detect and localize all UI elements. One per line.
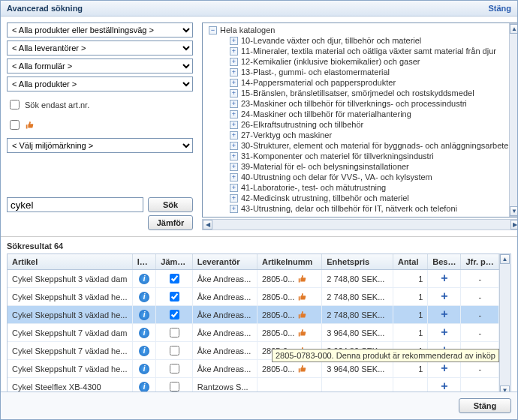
- tree-node[interactable]: +41-Laboratorie-, test- och mätutrustnin…: [230, 182, 509, 193]
- cell-qty[interactable]: 1: [393, 306, 427, 324]
- plus-icon[interactable]: +: [441, 344, 447, 356]
- grid-scrollbar-vertical[interactable]: ▲ ▼: [499, 254, 510, 392]
- cell-qty[interactable]: 1: [393, 270, 427, 288]
- tree-node[interactable]: +42-Medicinsk utrustning, tillbehör och …: [230, 193, 509, 203]
- arrow-up-icon[interactable]: ▲: [500, 254, 510, 264]
- filter-products2[interactable]: < Alla produkter >: [7, 76, 193, 92]
- cell-info[interactable]: i: [132, 324, 156, 342]
- info-icon[interactable]: i: [139, 310, 149, 320]
- expand-icon[interactable]: +: [230, 131, 238, 140]
- only-artnr-checkbox[interactable]: [10, 100, 20, 110]
- plus-icon[interactable]: +: [441, 308, 447, 320]
- cell-qty[interactable]: [393, 378, 427, 392]
- cell-qty[interactable]: 1: [393, 360, 427, 378]
- cell-order[interactable]: +: [428, 378, 461, 392]
- compare-checkbox[interactable]: [170, 292, 179, 302]
- tree-node[interactable]: +26-Elkraftsutrustning och tillbehör: [230, 119, 509, 130]
- col-jfr-pris[interactable]: Jfr. pris: [461, 254, 499, 270]
- plus-icon[interactable]: +: [441, 326, 447, 338]
- filter-forms[interactable]: < Alla formulär >: [7, 58, 193, 74]
- tree-node[interactable]: +12-Kemikalier (inklusive biokemikalier)…: [230, 56, 509, 67]
- tree-node[interactable]: +27-Verktyg och maskiner: [230, 130, 509, 140]
- tree-node[interactable]: +15-Bränslen, bränsletillsatser, smörjme…: [230, 88, 509, 98]
- expand-icon[interactable]: +: [230, 58, 238, 66]
- col-enhetspris[interactable]: Enhetspris: [322, 254, 393, 270]
- cell-compare[interactable]: [156, 360, 192, 378]
- col-artikel[interactable]: Artikel: [8, 254, 132, 270]
- cell-compare[interactable]: [156, 270, 192, 288]
- expand-icon[interactable]: +: [230, 47, 238, 56]
- search-button[interactable]: Sök: [148, 197, 193, 212]
- cell-order[interactable]: +: [428, 342, 461, 360]
- expand-icon[interactable]: +: [230, 184, 238, 192]
- cell-info[interactable]: i: [132, 288, 156, 306]
- plus-icon[interactable]: +: [441, 290, 447, 302]
- filter-products[interactable]: < Alla produkter eller beställningsväg >: [7, 22, 193, 38]
- col-info[interactable]: Info: [132, 254, 156, 270]
- close-link[interactable]: Stäng: [488, 4, 511, 13]
- compare-checkbox[interactable]: [170, 382, 179, 392]
- tree-node[interactable]: +10-Levande växter och djur, tillbehör o…: [230, 35, 509, 46]
- tree-node[interactable]: +14-Pappersmaterial och pappersprodukter: [230, 77, 509, 88]
- cell-compare[interactable]: [156, 378, 192, 392]
- expand-icon[interactable]: +: [230, 121, 238, 129]
- cell-order[interactable]: +: [428, 306, 461, 324]
- eco-filter-checkbox[interactable]: [10, 120, 20, 130]
- compare-checkbox[interactable]: [170, 328, 179, 338]
- info-icon[interactable]: i: [139, 328, 149, 338]
- tree-scrollbar-horizontal[interactable]: ◀ ▶: [202, 219, 517, 230]
- cell-qty[interactable]: 1: [393, 288, 427, 306]
- cell-order[interactable]: +: [428, 360, 461, 378]
- tree-node[interactable]: +24-Maskiner och tillbehör för materialh…: [230, 109, 509, 119]
- filter-suppliers[interactable]: < Alla leverantörer >: [7, 40, 193, 56]
- table-row[interactable]: Cykel Skeppshult 3 växlad he...iÅke Andr…: [8, 288, 499, 306]
- tree-root-label[interactable]: Hela katalogen: [220, 26, 275, 34]
- arrow-right-icon[interactable]: ▶: [510, 220, 518, 230]
- cell-info[interactable]: i: [132, 270, 156, 288]
- table-row[interactable]: Cykel Steelflex XB-4300iRantzows S...+: [8, 378, 499, 392]
- expand-icon[interactable]: +: [230, 37, 238, 45]
- search-input[interactable]: [7, 197, 143, 212]
- plus-icon[interactable]: +: [441, 272, 447, 284]
- cell-qty[interactable]: 1: [393, 324, 427, 342]
- cell-order[interactable]: +: [428, 324, 461, 342]
- info-icon[interactable]: i: [139, 346, 149, 356]
- tree-node[interactable]: +31-Komponenter och materiel för tillver…: [230, 151, 509, 161]
- tree-node[interactable]: +23-Maskiner och tillbehör för tillverkn…: [230, 98, 509, 109]
- expand-icon[interactable]: +: [230, 89, 238, 98]
- tree-node[interactable]: +11-Mineraler, textila material och oätl…: [230, 46, 509, 56]
- compare-button[interactable]: Jämför: [148, 215, 193, 230]
- expand-icon[interactable]: +: [230, 142, 238, 150]
- info-icon[interactable]: i: [139, 364, 149, 374]
- arrow-down-icon[interactable]: ▼: [510, 206, 518, 216]
- table-row[interactable]: Cykel Skeppshult 3 växlad he...iÅke Andr…: [8, 306, 499, 324]
- compare-checkbox[interactable]: [170, 346, 179, 356]
- table-row[interactable]: Cykel Skeppshult 7 växlad damiÅke Andrea…: [8, 324, 499, 342]
- col-jamfor[interactable]: Jämför: [156, 254, 192, 270]
- expand-icon[interactable]: +: [230, 194, 238, 202]
- cell-info[interactable]: i: [132, 360, 156, 378]
- filter-eco-label[interactable]: < Välj miljömärkning >: [7, 138, 193, 153]
- cell-order[interactable]: +: [428, 288, 461, 306]
- tree-node[interactable]: +30-Strukturer, element och material för…: [230, 140, 509, 151]
- info-icon[interactable]: i: [139, 274, 149, 284]
- arrow-left-icon[interactable]: ◀: [203, 220, 212, 230]
- cell-info[interactable]: i: [132, 378, 156, 392]
- expand-icon[interactable]: +: [230, 110, 238, 118]
- table-row[interactable]: Cykel Skeppshult 7 växlad he...iÅke Andr…: [8, 342, 499, 360]
- arrow-up-icon[interactable]: ▲: [510, 24, 518, 34]
- expand-icon[interactable]: +: [230, 79, 238, 87]
- compare-checkbox[interactable]: [170, 310, 179, 320]
- cell-order[interactable]: +: [428, 270, 461, 288]
- col-antal[interactable]: Antal: [393, 254, 427, 270]
- expand-icon[interactable]: +: [230, 152, 238, 160]
- expand-icon[interactable]: +: [230, 173, 238, 182]
- compare-checkbox[interactable]: [170, 274, 179, 284]
- category-tree[interactable]: − Hela katalogen +10-Levande växter och …: [203, 23, 509, 217]
- footer-close-button[interactable]: Stäng: [459, 398, 511, 413]
- col-bestall[interactable]: Beställ: [428, 254, 461, 270]
- col-artikelnummer[interactable]: Artikelnumm: [257, 254, 321, 270]
- table-row[interactable]: Cykel Skeppshult 3 växlad damiÅke Andrea…: [8, 270, 499, 288]
- cell-compare[interactable]: [156, 288, 192, 306]
- cell-compare[interactable]: [156, 342, 192, 360]
